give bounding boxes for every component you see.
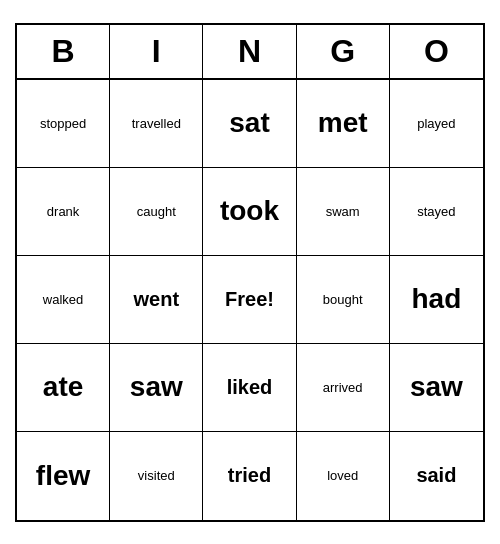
bingo-cell: swam	[297, 168, 390, 256]
header-letter: O	[390, 25, 483, 78]
bingo-cell: sat	[203, 80, 296, 168]
cell-text: ate	[43, 371, 83, 403]
bingo-cell: tried	[203, 432, 296, 520]
cell-text: Free!	[225, 288, 274, 311]
cell-text: flew	[36, 460, 90, 492]
bingo-cell: stopped	[17, 80, 110, 168]
cell-text: met	[318, 107, 368, 139]
bingo-cell: went	[110, 256, 203, 344]
cell-text: visited	[138, 468, 175, 483]
bingo-cell: had	[390, 256, 483, 344]
bingo-cell: drank	[17, 168, 110, 256]
bingo-cell: flew	[17, 432, 110, 520]
bingo-cell: travelled	[110, 80, 203, 168]
bingo-cell: met	[297, 80, 390, 168]
cell-text: drank	[47, 204, 80, 219]
bingo-cell: ate	[17, 344, 110, 432]
bingo-cell: Free!	[203, 256, 296, 344]
bingo-cell: said	[390, 432, 483, 520]
cell-text: loved	[327, 468, 358, 483]
bingo-cell: played	[390, 80, 483, 168]
cell-text: took	[220, 195, 279, 227]
cell-text: saw	[130, 371, 183, 403]
header-letter: B	[17, 25, 110, 78]
bingo-cell: liked	[203, 344, 296, 432]
cell-text: sat	[229, 107, 269, 139]
cell-text: liked	[227, 376, 273, 399]
cell-text: caught	[137, 204, 176, 219]
cell-text: saw	[410, 371, 463, 403]
cell-text: tried	[228, 464, 271, 487]
cell-text: walked	[43, 292, 83, 307]
cell-text: arrived	[323, 380, 363, 395]
cell-text: had	[412, 283, 462, 315]
bingo-header: BINGO	[17, 25, 483, 80]
bingo-cell: loved	[297, 432, 390, 520]
bingo-cell: bought	[297, 256, 390, 344]
cell-text: stayed	[417, 204, 455, 219]
header-letter: N	[203, 25, 296, 78]
cell-text: said	[416, 464, 456, 487]
header-letter: G	[297, 25, 390, 78]
bingo-cell: caught	[110, 168, 203, 256]
bingo-cell: saw	[110, 344, 203, 432]
header-letter: I	[110, 25, 203, 78]
cell-text: stopped	[40, 116, 86, 131]
cell-text: bought	[323, 292, 363, 307]
bingo-cell: walked	[17, 256, 110, 344]
bingo-cell: took	[203, 168, 296, 256]
cell-text: went	[134, 288, 180, 311]
bingo-cell: visited	[110, 432, 203, 520]
cell-text: played	[417, 116, 455, 131]
bingo-body: stoppedtravelledsatmetplayeddrankcaughtt…	[17, 80, 483, 520]
cell-text: swam	[326, 204, 360, 219]
bingo-card: BINGO stoppedtravelledsatmetplayeddrankc…	[15, 23, 485, 522]
bingo-cell: arrived	[297, 344, 390, 432]
cell-text: travelled	[132, 116, 181, 131]
bingo-cell: stayed	[390, 168, 483, 256]
bingo-cell: saw	[390, 344, 483, 432]
